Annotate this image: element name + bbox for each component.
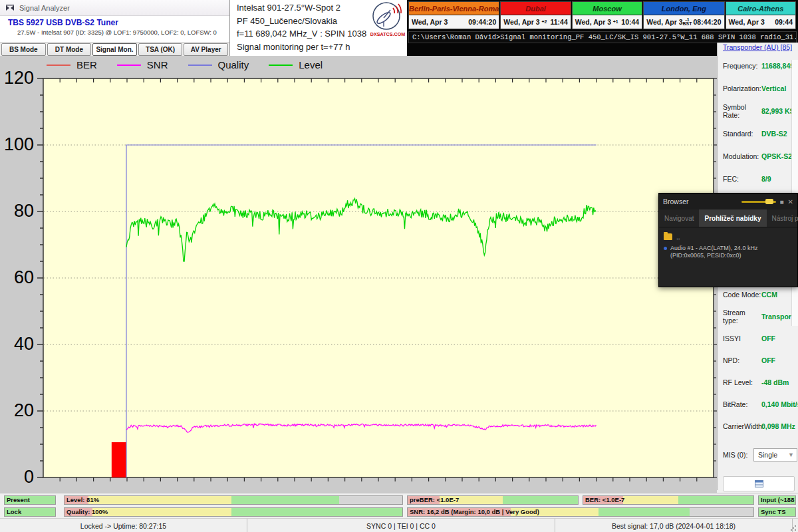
parent-folder-row[interactable]: .. (664, 231, 793, 242)
legend-label: Quality (218, 59, 249, 70)
tab-av-player[interactable]: AV Player (184, 43, 228, 56)
tp-row-standard-: Standard:DVB-S2 (718, 122, 798, 145)
tp-value: OFF (761, 356, 775, 364)
tp-row-stream-type-: Stream type:Transport (718, 305, 798, 327)
browser-tab[interactable]: Navigovat (659, 209, 699, 227)
browser-title: Browser (663, 198, 689, 205)
audio-stream-label: Audio #1 - AAC(LATM), 24.0 kHz (PID:0x00… (670, 245, 793, 259)
tp-value: Transport (761, 313, 793, 321)
legend-line-swatch (47, 65, 70, 66)
tp-value: QPSK-S2 (761, 152, 792, 160)
browser-tab[interactable]: Nástroj procházení (767, 209, 798, 227)
chevron-down-icon: ▼ (788, 452, 797, 458)
bar-lock: Lock (4, 507, 56, 517)
clock-berlin-paris-vienna-roma: Berlin-Paris-Vienna-RomaWed, Apr 309:44:… (408, 1, 499, 29)
legend-snr: SNR (117, 59, 168, 70)
feed-monitoring: Signal monitoring per t=+77 h (237, 41, 407, 54)
feed-info-panel: Intelsat 901-27.5°W-Spot 2 PF 450_Lučene… (229, 0, 407, 56)
bar-label: SNR: 16,2 dB (Margin: 10,0 dB | Very Goo… (410, 508, 539, 516)
tp-value: CCM (761, 291, 777, 299)
tp-row-bitrate-: BitRate:0,140 Mbit/s (718, 393, 798, 415)
svg-text:60: 60 (14, 267, 34, 287)
bar-quality: Quality: 100% (64, 507, 403, 517)
clock-city: Berlin-Paris-Vienna-Roma (409, 2, 499, 15)
command-prompt-line: C:\Users\Roman Dávid>Signal monitoring_P… (408, 31, 797, 43)
tab-signal-mon-[interactable]: Signal Mon. (92, 43, 137, 56)
bar-zone-yellow (88, 496, 231, 504)
svg-text:20: 20 (14, 400, 34, 420)
tp-value: DVB-S2 (761, 130, 787, 138)
svg-text:80: 80 (14, 201, 34, 221)
legend-line-swatch (188, 65, 212, 66)
bar-input: Input (~188 Kbps) (758, 495, 796, 505)
tp-label: CarrierWidth: (723, 422, 761, 430)
svg-text:100: 100 (4, 134, 34, 154)
tp-value: -48 dBm (761, 378, 789, 386)
legend-level: Level (269, 59, 323, 70)
mis-dropdown[interactable]: Single ▼ (753, 448, 797, 462)
transponder-header-link[interactable]: Transponder (AU) [85] (723, 43, 792, 51)
audio-stream-row[interactable]: Audio #1 - AAC(LATM), 24.0 kHz (PID:0x00… (664, 245, 793, 259)
bar-ber: BER: <1.0E-7 (583, 495, 754, 505)
bar-label: BER: <1.0E-7 (585, 496, 624, 504)
browser-opacity-slider[interactable] (741, 201, 776, 203)
pin-icon[interactable]: ■ (780, 198, 784, 205)
tp-row-frequency-: Frequency:11688,849 MHz (718, 55, 798, 77)
svg-text:40: 40 (14, 334, 34, 354)
legend-line-swatch (117, 65, 141, 66)
tp-row-symbol-rate-: Symbol Rate:82,993 KS/s (718, 100, 798, 122)
clock-time: Wed, Apr 309:44:20 (409, 15, 499, 29)
tuner-detail: 27.5W - Intelsat 907 (ID: 3325) @ LOF1: … (8, 29, 229, 36)
tp-row-carrierwidth-: CarrierWidth:0,098 MHz (718, 415, 798, 437)
tp-value: Vertical (761, 84, 786, 92)
tp-label: Modulation: (723, 152, 761, 160)
browser-body: .. Audio #1 - AAC(LATM), 24.0 kHz (PID:0… (659, 227, 797, 263)
bar-zone-green (598, 508, 690, 516)
clock-city: Cairo-Athens (726, 2, 795, 15)
browser-titlebar: Browser ■ ✕ (659, 194, 797, 209)
bar-zone-green (231, 496, 339, 504)
tuner-panel: TBS 5927 USB DVB-S2 Tuner 27.5W - Intels… (0, 16, 229, 42)
world-clocks: Berlin-Paris-Vienna-RomaWed, Apr 309:44:… (408, 1, 797, 29)
status-section-2: Best signal: 17,0 dB (2024-04-01 18:18) (555, 519, 793, 532)
close-icon[interactable]: ✕ (788, 198, 793, 205)
tp-label: ISSYI (723, 334, 761, 342)
tp-value: 8/9 (761, 175, 771, 183)
bar-snr: SNR: 16,2 dB (Margin: 10,0 dB | Very Goo… (407, 507, 754, 517)
mode-tab-row: BS ModeDT ModeSignal Mon.TSA (OK)AV Play… (0, 42, 229, 56)
tp-row-fec-: FEC:8/9 (718, 168, 798, 190)
svg-text:120: 120 (4, 68, 34, 88)
tab-dt-mode[interactable]: DT Mode (47, 43, 92, 56)
record-table-icon (755, 480, 763, 487)
legend-label: BER (76, 59, 97, 70)
clock-cairo-athens: Cairo-AthensWed, Apr 309:44 (726, 1, 796, 29)
bar-zone-yellow (92, 508, 231, 516)
bar-preber: preBER: <1.0E-7 (407, 495, 579, 505)
bar-present: Present (4, 495, 56, 505)
bar-zone-green (503, 496, 578, 504)
browser-window: Browser ■ ✕ NavigovatProhlížeč nabídkyNá… (658, 193, 798, 287)
legend-ber: BER (47, 59, 97, 70)
tp-label: Polarization: (723, 84, 761, 92)
tp-label: Frequency: (723, 62, 761, 70)
bar-label: Input (~188 Kbps) (761, 496, 796, 504)
mis-value: Single (758, 451, 777, 459)
tab-tsa-ok-[interactable]: TSA (OK) (138, 43, 183, 56)
app-titlebar: Signal Analyzer (0, 0, 229, 16)
signal-indicator-bars: PresentLevel: 81%preBER: <1.0E-7BER: <1.… (0, 493, 798, 519)
slider-knob[interactable] (765, 199, 773, 204)
clock-city: Moscow (573, 2, 642, 15)
clock-time: Wed, Apr 3+211:44 (501, 15, 570, 29)
tp-row-rf-level-: RF Level:-48 dBm (718, 371, 798, 393)
tp-label: Code Mode: (723, 291, 761, 299)
legend-quality: Quality (188, 59, 249, 70)
transponder-save-button[interactable] (723, 476, 795, 491)
transponder-rows-bottom: Code Mode:CCMStream type:TransportISSYIO… (718, 283, 798, 437)
tab-bs-mode[interactable]: BS Mode (1, 43, 46, 56)
tp-label: Standard: (723, 130, 761, 138)
bar-label: Quality: 100% (66, 508, 108, 516)
tp-row-modulation-: Modulation:QPSK-S2 (718, 145, 798, 168)
bullet-icon (664, 247, 667, 250)
browser-tab[interactable]: Prohlížeč nabídky (699, 209, 766, 227)
status-section-0: Locked -> Uptime: 80:27:15 (0, 519, 247, 532)
